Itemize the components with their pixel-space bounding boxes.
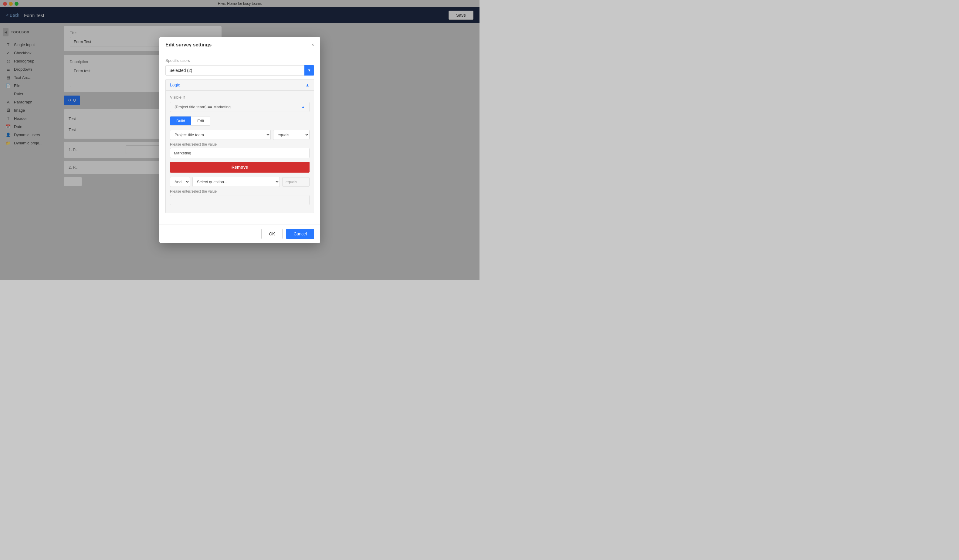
question-select[interactable]: Select question... <box>193 177 280 187</box>
build-edit-tabs: Build Edit <box>170 116 210 126</box>
modal-close-button[interactable]: × <box>311 43 314 47</box>
value-input-1[interactable] <box>170 148 309 158</box>
build-tab[interactable]: Build <box>170 116 191 125</box>
condition-row-2: And Select question... <box>170 177 309 187</box>
modal-footer: OK Cancel <box>159 224 320 243</box>
modal-overlay: Edit survey settings × Specific users Se… <box>0 0 480 280</box>
specific-users-value: Selected (2) <box>169 68 192 73</box>
specific-users-dropdown-btn[interactable]: ▼ <box>304 65 314 76</box>
remove-button[interactable]: Remove <box>170 162 309 173</box>
logic-header[interactable]: Logic ▲ <box>166 80 314 91</box>
visible-if-value-display[interactable]: {Project title team} == Marketing ▲ <box>170 102 309 112</box>
modal-header: Edit survey settings × <box>159 37 320 52</box>
specific-users-wrapper: Selected (2) ▼ <box>166 65 314 76</box>
specific-users-select[interactable]: Selected (2) <box>166 65 314 76</box>
equals-disabled-field <box>282 177 309 186</box>
value-input-2 <box>170 195 309 205</box>
visible-if-chevron-up-icon: ▲ <box>301 105 305 109</box>
logic-label: Logic <box>170 83 180 88</box>
cancel-button[interactable]: Cancel <box>286 229 314 239</box>
condition-operator-select[interactable]: equals <box>273 130 309 140</box>
logic-body: Visible If {Project title team} == Marke… <box>166 91 314 213</box>
edit-survey-modal: Edit survey settings × Specific users Se… <box>159 37 320 243</box>
value-label-1: Please enter/select the value <box>170 142 309 146</box>
edit-tab[interactable]: Edit <box>191 116 210 125</box>
modal-title: Edit survey settings <box>166 42 212 48</box>
visible-if-section: Visible If {Project title team} == Marke… <box>170 95 309 112</box>
ok-button[interactable]: OK <box>261 229 282 239</box>
logic-section: Logic ▲ Visible If {Project title team} … <box>166 79 314 213</box>
logic-chevron-up-icon: ▲ <box>305 83 309 88</box>
value-label-2: Please enter/select the value <box>170 189 309 194</box>
condition-row-1: Project title team equals <box>170 130 309 140</box>
visible-if-label: Visible If <box>170 95 309 100</box>
condition-field-select[interactable]: Project title team <box>170 130 271 140</box>
logic-connector-select[interactable]: And <box>170 177 190 187</box>
specific-users-label: Specific users <box>166 58 314 63</box>
modal-body: Specific users Selected (2) ▼ Logic ▲ Vi… <box>159 52 320 224</box>
